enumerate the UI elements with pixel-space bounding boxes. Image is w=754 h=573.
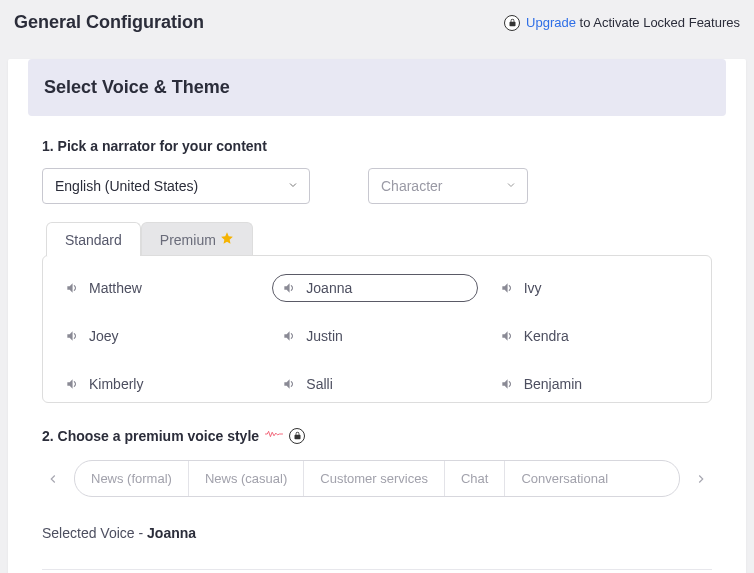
voice-list: MatthewJoannaIvyJoeyJustinKendraKimberly… [42, 255, 712, 403]
star-icon [220, 231, 234, 248]
lock-icon [289, 428, 305, 444]
chevron-down-icon [287, 178, 299, 194]
language-select[interactable]: English (United States) [42, 168, 310, 204]
voice-name: Benjamin [524, 376, 582, 392]
sound-icon [500, 281, 514, 295]
style-pill[interactable]: Customer services [304, 461, 445, 496]
voice-name: Joanna [306, 280, 352, 296]
sound-icon [282, 329, 296, 343]
voice-option[interactable]: Kendra [490, 322, 699, 350]
step2-label: 2. Choose a premium voice style [42, 427, 712, 444]
tab-premium[interactable]: Premium [141, 222, 253, 256]
style-pill[interactable]: Chat [445, 461, 505, 496]
style-pill[interactable]: News (formal) [75, 461, 189, 496]
sound-icon [65, 329, 79, 343]
style-options: News (formal)News (casual)Customer servi… [74, 460, 680, 497]
waveform-icon [265, 427, 283, 444]
sound-icon [65, 377, 79, 391]
config-card: Select Voice & Theme 1. Pick a narrator … [8, 59, 746, 573]
voice-name: Kimberly [89, 376, 143, 392]
section-title: Select Voice & Theme [44, 77, 710, 98]
voice-option[interactable]: Matthew [55, 274, 264, 302]
chevron-down-icon [505, 178, 517, 194]
voice-name: Matthew [89, 280, 142, 296]
sound-icon [65, 281, 79, 295]
voice-option[interactable]: Kimberly [55, 370, 264, 398]
upgrade-link[interactable]: Upgrade [526, 15, 576, 30]
voice-name: Salli [306, 376, 332, 392]
style-pill[interactable]: Conversational [505, 461, 624, 496]
section-banner: Select Voice & Theme [28, 59, 726, 116]
voice-name: Kendra [524, 328, 569, 344]
character-placeholder: Character [381, 178, 442, 194]
voice-tier-tabs: Standard Premium [46, 222, 712, 256]
sound-icon [500, 329, 514, 343]
tab-standard[interactable]: Standard [46, 222, 141, 256]
voice-option[interactable]: Ivy [490, 274, 699, 302]
styles-scroll-left[interactable] [42, 468, 64, 490]
styles-scroll-right[interactable] [690, 468, 712, 490]
upgrade-text: to Activate Locked Features [576, 15, 740, 30]
sound-icon [282, 377, 296, 391]
divider [42, 569, 712, 570]
voice-name: Ivy [524, 280, 542, 296]
sound-icon [500, 377, 514, 391]
voice-option[interactable]: Joey [55, 322, 264, 350]
selected-voice-summary: Selected Voice - Joanna [42, 525, 712, 541]
selected-voice-prefix: Selected Voice - [42, 525, 147, 541]
voice-option[interactable]: Joanna [272, 274, 478, 302]
voice-option[interactable]: Salli [272, 370, 481, 398]
language-value: English (United States) [55, 178, 198, 194]
lock-icon [504, 15, 520, 31]
upgrade-cta[interactable]: Upgrade to Activate Locked Features [504, 15, 740, 31]
step1-label: 1. Pick a narrator for your content [42, 138, 712, 154]
sound-icon [282, 281, 296, 295]
tab-premium-label: Premium [160, 232, 216, 248]
character-select[interactable]: Character [368, 168, 528, 204]
voice-name: Justin [306, 328, 343, 344]
voice-option[interactable]: Justin [272, 322, 481, 350]
selected-voice-name: Joanna [147, 525, 196, 541]
page-title: General Configuration [14, 12, 204, 33]
voice-option[interactable]: Benjamin [490, 370, 699, 398]
style-pill[interactable]: News (casual) [189, 461, 304, 496]
voice-name: Joey [89, 328, 119, 344]
step2-text: 2. Choose a premium voice style [42, 428, 259, 444]
